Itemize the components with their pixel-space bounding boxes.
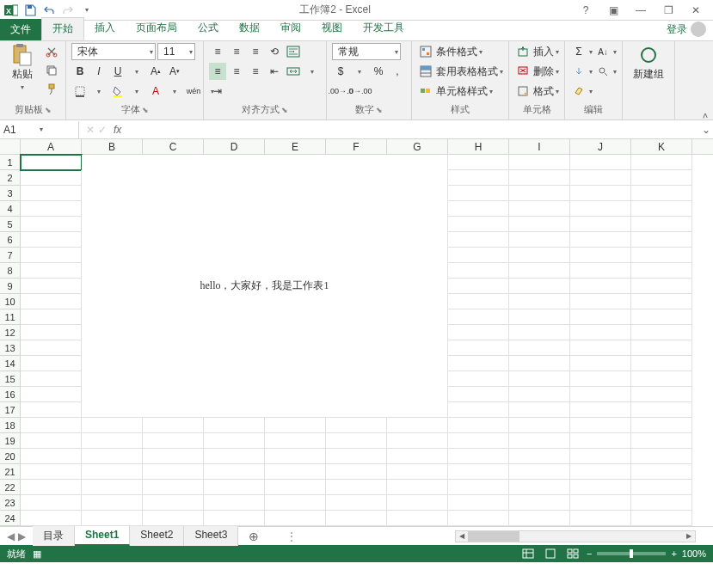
cut-button[interactable] (43, 43, 60, 60)
cell[interactable] (631, 480, 692, 495)
phonetic-button[interactable]: wén (185, 83, 202, 100)
cell[interactable] (509, 387, 570, 402)
fontcolor-dropdown-icon[interactable]: ▾ (166, 83, 183, 100)
row-header[interactable]: 24 (0, 511, 21, 526)
cell[interactable] (448, 325, 509, 340)
cell[interactable] (509, 325, 570, 340)
decrease-font-button[interactable]: A▾ (166, 63, 183, 80)
newgroup-button[interactable]: 新建组 (628, 43, 669, 83)
cell[interactable] (21, 340, 82, 356)
orientation-button[interactable]: ⟲ (266, 43, 283, 60)
row-header[interactable]: 15 (0, 371, 21, 387)
sheet-nav-next-icon[interactable]: ▶ (18, 530, 26, 542)
help-icon[interactable]: ? (575, 3, 596, 18)
column-header[interactable]: B (82, 139, 143, 154)
row-header[interactable]: 11 (0, 309, 21, 325)
cell[interactable] (631, 279, 692, 294)
dialog-launcher-icon[interactable]: ⬊ (281, 106, 288, 114)
cell[interactable] (265, 464, 326, 480)
cell[interactable] (570, 248, 631, 263)
row-header[interactable]: 23 (0, 495, 21, 511)
row-header[interactable]: 20 (0, 449, 21, 464)
row-header[interactable]: 16 (0, 387, 21, 402)
cell[interactable] (82, 511, 143, 526)
cell[interactable] (448, 248, 509, 263)
fill-color-button[interactable] (109, 83, 126, 100)
cell[interactable] (570, 232, 631, 248)
align-left-button[interactable]: ≡ (209, 63, 226, 80)
tab-视图[interactable]: 视图 (311, 17, 353, 40)
cell[interactable] (570, 511, 631, 526)
sheet-tab-Sheet1[interactable]: Sheet1 (75, 526, 130, 546)
column-header[interactable]: K (631, 139, 692, 154)
tab-审阅[interactable]: 审阅 (270, 17, 311, 40)
name-box[interactable]: A1▾ (0, 121, 79, 138)
cell[interactable] (631, 371, 692, 387)
cell[interactable] (509, 232, 570, 248)
column-header[interactable]: E (265, 139, 326, 154)
column-header[interactable]: D (204, 139, 265, 154)
cell[interactable] (448, 217, 509, 232)
cell[interactable] (204, 495, 265, 511)
cell[interactable] (570, 170, 631, 186)
accounting-format-button[interactable]: $ (332, 63, 349, 80)
cell[interactable] (326, 464, 387, 480)
align-bottom-button[interactable]: ≡ (247, 43, 264, 60)
cell[interactable] (509, 279, 570, 294)
comma-button[interactable]: , (389, 63, 406, 80)
cell[interactable] (21, 170, 82, 186)
expand-formula-icon[interactable]: ⌄ (699, 124, 713, 136)
cell[interactable] (570, 309, 631, 325)
cell[interactable] (509, 217, 570, 232)
align-center-button[interactable]: ≡ (228, 63, 245, 80)
italic-button[interactable]: I (90, 63, 108, 80)
cell[interactable] (21, 186, 82, 201)
cell[interactable] (326, 511, 387, 526)
cell[interactable] (21, 325, 82, 340)
cell[interactable] (448, 387, 509, 402)
cell[interactable] (509, 480, 570, 495)
cell[interactable] (143, 418, 204, 433)
fill-dropdown-icon[interactable]: ▾ (128, 83, 145, 100)
find-dropdown-icon[interactable]: ▾ (613, 68, 617, 76)
cell[interactable] (448, 155, 509, 170)
cell[interactable] (448, 418, 509, 433)
copy-button[interactable] (43, 62, 60, 79)
column-header[interactable]: I (509, 139, 570, 154)
cell[interactable] (509, 464, 570, 480)
cell[interactable] (448, 263, 509, 279)
clear-dropdown-icon[interactable]: ▾ (589, 88, 593, 95)
cell[interactable] (570, 449, 631, 464)
select-all-corner[interactable] (0, 139, 21, 154)
row-header[interactable]: 1 (0, 155, 21, 170)
cell[interactable] (21, 217, 82, 232)
font-name-combo[interactable]: 宋体▾ (71, 43, 156, 60)
cell[interactable] (631, 232, 692, 248)
macro-record-icon[interactable]: ▦ (33, 548, 41, 560)
cell[interactable] (21, 433, 82, 449)
cell[interactable] (509, 186, 570, 201)
cell[interactable] (448, 201, 509, 217)
cell[interactable] (204, 433, 265, 449)
cell[interactable] (631, 170, 692, 186)
cell[interactable] (570, 387, 631, 402)
cell[interactable] (326, 433, 387, 449)
scroll-thumb[interactable] (468, 531, 519, 542)
cell[interactable] (387, 480, 448, 495)
cell[interactable] (387, 449, 448, 464)
cell[interactable] (143, 495, 204, 511)
zoom-slider[interactable] (597, 552, 666, 555)
cell[interactable] (448, 186, 509, 201)
horizontal-scrollbar[interactable]: ◀ ▶ (455, 530, 696, 542)
border-dropdown-icon[interactable]: ▾ (90, 83, 108, 100)
cell[interactable] (509, 402, 570, 418)
cell[interactable] (509, 356, 570, 371)
cell[interactable] (326, 449, 387, 464)
zoom-out-button[interactable]: − (587, 548, 592, 559)
scroll-right-icon[interactable]: ▶ (683, 531, 695, 542)
cell[interactable] (21, 371, 82, 387)
restore-icon[interactable]: ❐ (658, 3, 679, 18)
save-icon[interactable] (22, 3, 38, 18)
align-right-button[interactable]: ≡ (247, 63, 264, 80)
cell[interactable] (265, 480, 326, 495)
